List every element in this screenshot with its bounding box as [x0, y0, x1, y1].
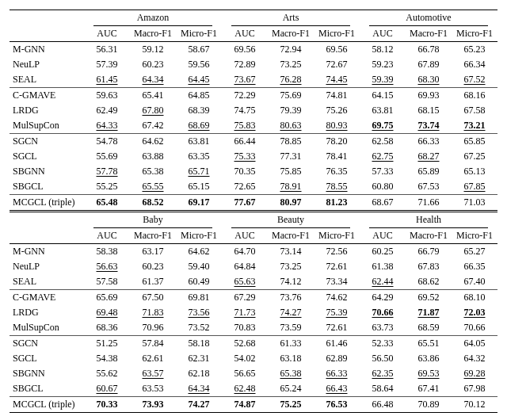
value-cell: 64.34: [176, 381, 222, 397]
value-cell: 54.38: [84, 351, 130, 366]
value-cell: 62.89: [314, 351, 360, 366]
value-cell: 73.14: [268, 244, 314, 260]
value-cell: 52.68: [222, 336, 268, 352]
value-cell: 79.39: [268, 103, 314, 118]
dataset-name: Beauty: [231, 212, 350, 228]
value-cell: 58.67: [176, 42, 222, 58]
value-cell: 72.03: [452, 305, 497, 320]
value-cell: 70.96: [130, 320, 176, 336]
value-cell: 67.50: [130, 290, 176, 306]
value-cell: 63.17: [130, 244, 176, 260]
value-cell: 65.27: [452, 244, 497, 260]
value-cell: 72.29: [222, 88, 268, 104]
value-cell: 69.93: [406, 88, 452, 104]
method-name: SBGNN: [10, 366, 84, 381]
value-cell: 63.73: [360, 320, 406, 336]
metric-header: Micro-F1: [176, 228, 222, 244]
value-cell: 72.61: [314, 259, 360, 274]
value-cell: 73.34: [314, 274, 360, 290]
value-cell: 75.83: [222, 118, 268, 134]
value-cell: 78.41: [314, 149, 360, 164]
value-cell: 63.86: [406, 351, 452, 366]
method-name: SGCL: [10, 149, 84, 164]
value-cell: 70.66: [452, 320, 497, 336]
dataset-header: Amazon: [84, 10, 222, 27]
value-cell: 68.67: [360, 195, 406, 212]
value-cell: 65.71: [176, 164, 222, 179]
value-cell: 76.28: [268, 72, 314, 88]
value-cell: 69.52: [406, 290, 452, 306]
value-cell: 60.23: [130, 57, 176, 72]
value-cell: 70.83: [222, 320, 268, 336]
value-cell: 59.56: [176, 57, 222, 72]
value-cell: 72.61: [314, 320, 360, 336]
value-cell: 65.24: [268, 381, 314, 397]
value-cell: 67.41: [406, 381, 452, 397]
value-cell: 67.83: [406, 259, 452, 274]
value-cell: 70.66: [360, 305, 406, 320]
value-cell: 64.33: [84, 118, 130, 134]
value-cell: 63.35: [176, 149, 222, 164]
value-cell: 56.65: [222, 366, 268, 381]
value-cell: 67.89: [406, 57, 452, 72]
value-cell: 65.15: [176, 179, 222, 195]
value-cell: 65.41: [130, 88, 176, 104]
value-cell: 68.16: [452, 88, 497, 104]
metric-header: Macro-F1: [130, 228, 176, 244]
value-cell: 67.85: [452, 179, 497, 195]
value-cell: 69.56: [314, 42, 360, 58]
dataset-name: Amazon: [93, 10, 212, 26]
value-cell: 72.67: [314, 57, 360, 72]
value-cell: 64.45: [176, 72, 222, 88]
method-name: M-GNN: [10, 42, 84, 58]
dataset-name: Arts: [231, 10, 350, 26]
value-cell: 57.58: [84, 274, 130, 290]
value-cell: 68.10: [452, 290, 497, 306]
metric-header: AUC: [360, 228, 406, 244]
method-name: SEAL: [10, 274, 84, 290]
value-cell: 67.52: [452, 72, 497, 88]
value-cell: 55.62: [84, 366, 130, 381]
value-cell: 73.59: [268, 320, 314, 336]
value-cell: 60.49: [176, 274, 222, 290]
value-cell: 70.12: [452, 397, 497, 413]
metric-header: AUC: [360, 26, 406, 42]
value-cell: 75.85: [268, 164, 314, 179]
value-cell: 73.76: [268, 290, 314, 306]
value-cell: 68.36: [84, 320, 130, 336]
value-cell: 74.81: [314, 88, 360, 104]
value-cell: 59.40: [176, 259, 222, 274]
value-cell: 59.63: [84, 88, 130, 104]
value-cell: 62.44: [360, 274, 406, 290]
value-cell: 68.39: [176, 103, 222, 118]
value-cell: 73.52: [176, 320, 222, 336]
method-name: SEAL: [10, 72, 84, 88]
method-name: LRDG: [10, 103, 84, 118]
value-cell: 64.34: [130, 72, 176, 88]
value-cell: 64.84: [222, 259, 268, 274]
value-cell: 68.52: [130, 195, 176, 212]
value-cell: 64.15: [360, 88, 406, 104]
value-cell: 80.93: [314, 118, 360, 134]
value-cell: 74.12: [268, 274, 314, 290]
value-cell: 65.69: [84, 290, 130, 306]
value-cell: 51.25: [84, 336, 130, 352]
value-cell: 66.48: [360, 397, 406, 413]
value-cell: 56.63: [84, 259, 130, 274]
metric-header: Micro-F1: [452, 228, 497, 244]
value-cell: 78.85: [268, 134, 314, 150]
value-cell: 66.78: [406, 42, 452, 58]
value-cell: 75.25: [268, 397, 314, 413]
value-cell: 73.25: [268, 259, 314, 274]
value-cell: 65.38: [130, 164, 176, 179]
dataset-header: Arts: [222, 10, 360, 27]
value-cell: 65.13: [452, 164, 497, 179]
value-cell: 71.87: [406, 305, 452, 320]
value-cell: 68.27: [406, 149, 452, 164]
corner-blank: [10, 10, 84, 27]
metric-header: Micro-F1: [176, 26, 222, 42]
value-cell: 67.58: [452, 103, 497, 118]
value-cell: 74.27: [268, 305, 314, 320]
value-cell: 68.30: [406, 72, 452, 88]
value-cell: 66.33: [314, 366, 360, 381]
